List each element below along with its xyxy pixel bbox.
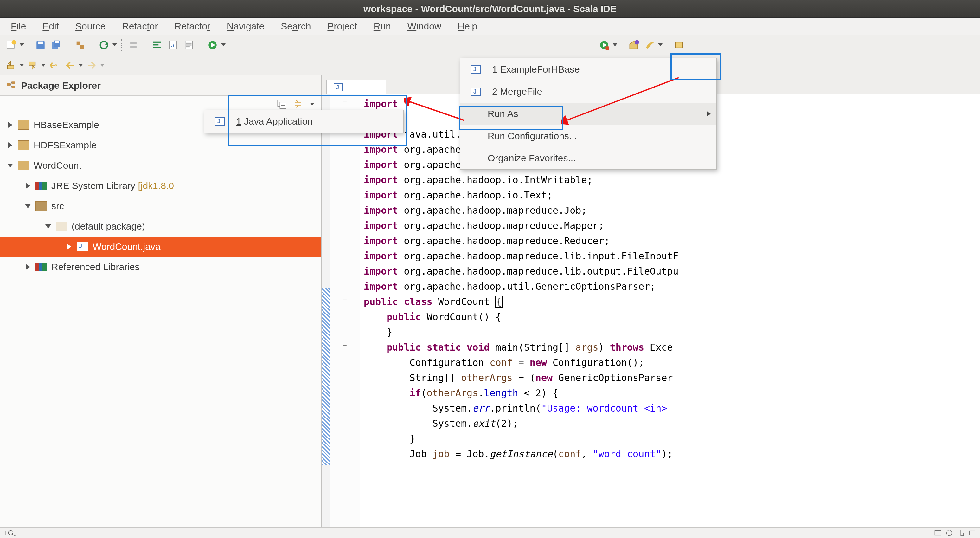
svg-rect-3 — [38, 41, 43, 44]
forward-dropdown[interactable] — [100, 64, 105, 67]
next-annotation-icon[interactable] — [27, 59, 39, 71]
prev-annotation-dropdown[interactable] — [19, 64, 25, 67]
svg-rect-8 — [80, 45, 84, 48]
menu-window[interactable]: Window — [399, 18, 450, 35]
package-explorer-header: Package Explorer — [0, 75, 321, 96]
tree-node-referenced-libs[interactable]: Referenced Libraries — [0, 257, 321, 277]
format-icon[interactable] — [151, 39, 163, 51]
svg-rect-29 — [11, 86, 14, 88]
overview-ruler-left[interactable] — [322, 94, 330, 527]
doc-lines-icon[interactable] — [183, 39, 195, 51]
run-ext-dropdown[interactable] — [612, 43, 618, 46]
svg-rect-12 — [153, 46, 161, 48]
submenu-arrow-icon — [706, 111, 711, 117]
tree-label: JRE System Library — [51, 180, 135, 191]
doc-j-icon[interactable]: J — [167, 39, 179, 51]
fold-toggle-icon[interactable] — [343, 97, 350, 104]
tree-node-default-package[interactable]: (default package) — [0, 216, 321, 236]
svg-rect-24 — [8, 65, 14, 69]
menu-refactor-2[interactable]: Refactor — [166, 18, 219, 35]
tree-node-src[interactable]: src — [0, 196, 321, 216]
svg-rect-36 — [958, 530, 961, 533]
status-icon-3[interactable] — [956, 529, 965, 537]
menu-item-label: Run Configurations... — [488, 131, 577, 141]
fold-toggle-icon[interactable] — [343, 295, 350, 302]
svg-rect-18 — [186, 46, 190, 47]
open-type-icon[interactable] — [74, 39, 86, 51]
new-dropdown[interactable] — [19, 43, 25, 46]
back-dropdown[interactable] — [78, 64, 84, 67]
toolbar-main: J — [0, 35, 980, 55]
prev-annotation-icon[interactable] — [5, 59, 17, 71]
brush-icon[interactable] — [644, 39, 655, 51]
new-icon[interactable] — [5, 39, 17, 51]
status-icon-2[interactable] — [945, 529, 953, 537]
menu-help[interactable]: Help — [450, 18, 486, 35]
status-bar: +G。 — [0, 527, 980, 538]
menu-item-label: 1 Java Application — [236, 116, 313, 127]
menu-search[interactable]: Search — [272, 18, 319, 35]
svg-rect-38 — [969, 531, 975, 535]
debug-icon[interactable] — [207, 39, 219, 51]
open-task-icon[interactable] — [628, 39, 640, 51]
svg-point-1 — [11, 40, 16, 45]
menu-refactor-1[interactable]: Refactor — [114, 18, 166, 35]
box-caret-icon[interactable] — [673, 39, 685, 51]
link-editor-icon[interactable] — [293, 99, 304, 109]
menu-project[interactable]: Project — [319, 18, 365, 35]
forward-icon[interactable] — [86, 59, 98, 71]
java-file-icon — [471, 65, 480, 73]
organize-favorites-menu-item[interactable]: Organize Favorites... — [460, 147, 716, 169]
save-icon[interactable] — [35, 39, 46, 51]
menu-navigate[interactable]: Navigate — [219, 18, 272, 35]
run-ext-icon[interactable] — [598, 39, 610, 51]
tree-label: HBaseExample — [33, 120, 99, 130]
refresh-dropdown[interactable] — [112, 43, 118, 46]
package-explorer-view: Package Explorer HBaseExample HDFSExampl… — [0, 75, 322, 527]
menu-edit[interactable]: Edit — [34, 18, 67, 35]
editor-gutter[interactable] — [330, 94, 360, 527]
window-title: workspace - WordCount/src/WordCount.java… — [363, 3, 617, 14]
tree-node-jre[interactable]: JRE System Library [jdk1.8.0 — [0, 176, 321, 196]
debug-dropdown[interactable] — [221, 43, 226, 46]
menu-run[interactable]: Run — [365, 18, 399, 35]
package-explorer-icon — [6, 80, 16, 91]
svg-rect-16 — [186, 43, 192, 43]
java-file-icon — [215, 117, 224, 126]
editor-tab-wordcount[interactable]: WordC — [326, 80, 386, 94]
collapse-all-icon[interactable] — [276, 99, 287, 109]
svg-rect-25 — [29, 62, 35, 65]
run-dropdown-menu: 1 ExampleForHBase 2 MergeFile Run As Run… — [460, 58, 717, 169]
menu-source[interactable]: Source — [67, 18, 114, 35]
tree-node-wordcount[interactable]: WordCount — [0, 155, 321, 176]
status-icon-4[interactable] — [968, 529, 976, 537]
last-edit-icon[interactable]: * — [48, 59, 60, 71]
run-as-menu-item[interactable]: Run As — [460, 103, 716, 125]
brush-dropdown[interactable] — [657, 43, 663, 46]
back-icon[interactable] — [64, 59, 76, 71]
status-text: +G。 — [4, 528, 20, 538]
tree-node-wordcount-java[interactable]: WordCount.java — [0, 236, 321, 257]
menu-item-label: 2 MergeFile — [492, 86, 542, 97]
status-icon-1[interactable] — [934, 529, 942, 537]
save-all-icon[interactable] — [50, 39, 62, 51]
run-as-submenu: 1 Java Application — [204, 110, 404, 133]
toggle-scala-icon[interactable] — [127, 39, 139, 51]
project-tree[interactable]: HBaseExample HDFSExample WordCount JRE S… — [0, 112, 321, 277]
svg-point-22 — [635, 40, 639, 45]
fold-toggle-icon[interactable] — [343, 340, 350, 348]
refresh-icon[interactable] — [98, 39, 110, 51]
menu-item-label: Organize Favorites... — [488, 153, 576, 164]
next-annotation-dropdown[interactable] — [41, 64, 46, 67]
menu-file[interactable]: File — [3, 18, 34, 35]
menu-item-label: 1 ExampleForHBase — [492, 64, 580, 75]
run-history-item-2[interactable]: 2 MergeFile — [460, 80, 716, 103]
view-menu-dropdown[interactable] — [309, 103, 315, 105]
svg-rect-28 — [11, 81, 14, 84]
svg-point-35 — [947, 530, 952, 535]
run-configurations-menu-item[interactable]: Run Configurations... — [460, 125, 716, 147]
tree-node-hdfs[interactable]: HDFSExample — [0, 135, 321, 155]
svg-rect-7 — [77, 41, 80, 45]
run-history-item-1[interactable]: 1 ExampleForHBase — [460, 58, 716, 80]
run-as-java-application[interactable]: 1 Java Application — [204, 110, 403, 133]
